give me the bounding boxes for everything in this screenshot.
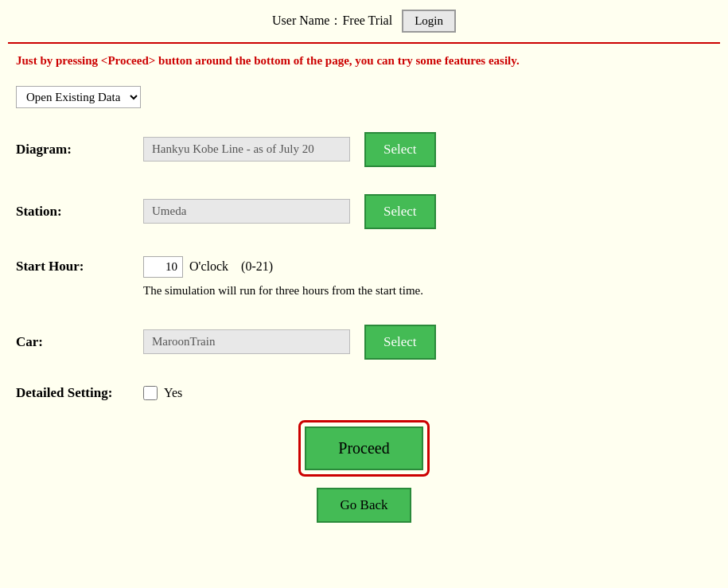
station-section: Station: Select (16, 185, 712, 239)
proceed-button[interactable]: Proceed (305, 426, 422, 470)
station-label: Station: (16, 204, 143, 220)
username-label: User Name：Free Trial (272, 13, 392, 29)
login-button[interactable]: Login (402, 10, 456, 33)
diagram-input[interactable] (143, 137, 350, 162)
start-hour-section: Start Hour: O'clock (0-21) (16, 247, 712, 281)
dropdown-row: Open Existing Data Create New Data (16, 86, 712, 108)
open-existing-dropdown[interactable]: Open Existing Data Create New Data (16, 86, 141, 108)
station-input[interactable] (143, 199, 350, 224)
diagram-section: Diagram: Select (16, 123, 712, 177)
proceed-button-wrapper: Proceed (298, 420, 429, 477)
detailed-setting-label: Detailed Setting: (16, 385, 143, 401)
diagram-label: Diagram: (16, 142, 143, 158)
start-hour-input[interactable] (143, 256, 183, 278)
diagram-select-button[interactable]: Select (364, 132, 436, 167)
start-hour-label: Start Hour: (16, 259, 143, 275)
go-back-button[interactable]: Go Back (317, 488, 412, 523)
yes-label: Yes (164, 386, 182, 400)
car-section: Car: Select (16, 315, 712, 369)
simulation-note: The simulation will run for three hours … (143, 284, 712, 304)
content-area: Open Existing Data Create New Data Diagr… (0, 78, 728, 539)
detailed-setting-section: Detailed Setting: Yes (16, 377, 712, 412)
car-label: Car: (16, 334, 143, 350)
car-select-button[interactable]: Select (364, 325, 436, 360)
header: User Name：Free Trial Login (0, 0, 728, 42)
oclock-text: O'clock (0-21) (189, 259, 273, 274)
notice-text: Just by pressing <Proceed> button around… (0, 44, 728, 78)
car-input[interactable] (143, 329, 350, 354)
station-select-button[interactable]: Select (364, 194, 436, 229)
proceed-area: Proceed Go Back (16, 420, 712, 523)
detailed-setting-checkbox[interactable] (143, 386, 158, 400)
